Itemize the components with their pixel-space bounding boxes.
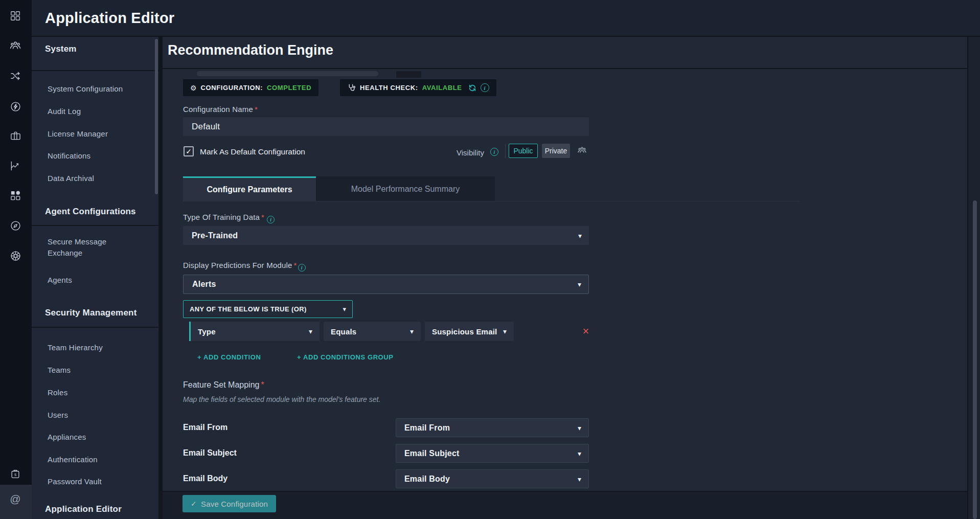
sidebar-divider — [32, 225, 158, 226]
mapping-dropdown-email-body[interactable]: Email Body ▾ — [396, 469, 589, 488]
sidebar-divider — [32, 327, 158, 328]
chart-line-icon[interactable] — [9, 159, 22, 172]
module-dropdown[interactable]: Alerts ▾ — [183, 275, 589, 294]
mapping-dropdown-email-from[interactable]: Email From ▾ — [396, 418, 589, 437]
feature-set-mapping-title: Feature Set Mapping* — [183, 380, 264, 390]
chevron-down-icon: ▾ — [578, 280, 581, 288]
sidebar-item-data-archival[interactable]: Data Archival — [48, 173, 94, 184]
vault-icon[interactable]: s — [9, 467, 22, 481]
mapping-value: Email Body — [404, 475, 450, 484]
sidebar-item-system-configuration[interactable]: System Configuration — [48, 83, 123, 95]
tab-underline — [183, 201, 800, 201]
health-info-icon[interactable]: i — [481, 83, 489, 92]
refresh-icon[interactable] — [468, 84, 476, 92]
mapping-label-email-from: Email From — [183, 423, 227, 432]
chevron-down-icon: ▾ — [578, 449, 581, 458]
configuration-status-label: CONFIGURATION: — [201, 84, 263, 92]
chevron-down-icon: ▾ — [578, 475, 581, 483]
configuration-status-value: COMPLETED — [267, 84, 311, 92]
icon-rail: s @ — [0, 0, 32, 519]
sidebar-item-team-hierarchy[interactable]: Team Hierarchy — [48, 342, 103, 353]
module-info-icon[interactable]: i — [298, 264, 306, 272]
chevron-down-icon: ▾ — [578, 424, 581, 432]
condition-group-operator-value: ANY OF THE BELOW IS TRUE (OR) — [190, 305, 307, 313]
required-asterisk: * — [261, 213, 264, 221]
required-asterisk: * — [255, 105, 258, 114]
sidebar-content-divider — [158, 37, 163, 519]
dashboard-icon[interactable] — [9, 9, 22, 22]
visibility-separator — [505, 144, 506, 158]
health-check-badge: HEALTH CHECK: AVAILABLE i — [340, 79, 496, 96]
shuffle-icon[interactable] — [9, 69, 22, 82]
add-condition-button[interactable]: + ADD CONDITION — [197, 353, 261, 361]
chevron-down-icon: ▾ — [343, 305, 346, 313]
sidebar-item-roles[interactable]: Roles — [48, 387, 67, 398]
visibility-label: Visibility — [457, 148, 484, 157]
condition-field-dropdown[interactable]: Type ▾ — [191, 322, 320, 341]
training-data-info-icon[interactable]: i — [267, 216, 275, 223]
sidebar-item-appliances[interactable]: Appliances — [48, 432, 86, 443]
chevron-down-icon: ▾ — [503, 327, 507, 335]
sidebar-section-system[interactable]: System — [45, 44, 77, 54]
condition-value-value: Suspicious Email — [432, 327, 497, 336]
stethoscope-icon — [347, 83, 356, 92]
users-group-icon[interactable] — [9, 39, 22, 52]
app-title: Application Editor — [45, 10, 174, 27]
compass-icon[interactable] — [9, 219, 22, 232]
visibility-public-button[interactable]: Public — [509, 144, 538, 158]
visibility-private-button[interactable]: Private — [542, 144, 570, 158]
title-divider — [163, 68, 967, 69]
configuration-name-value: Default — [192, 122, 220, 132]
widgets-icon[interactable] — [9, 189, 22, 202]
health-check-value: AVAILABLE — [422, 84, 462, 92]
training-data-dropdown[interactable]: Pre-Trained ▾ — [183, 226, 589, 245]
sidebar-item-agents[interactable]: Agents — [48, 275, 72, 286]
page-scrollbar-thumb[interactable] — [973, 200, 977, 519]
condition-field-value: Type — [198, 327, 216, 336]
condition-operator-value: Equals — [331, 327, 356, 336]
add-conditions-group-button[interactable]: + ADD CONDITIONS GROUP — [297, 353, 394, 361]
check-icon: ✓ — [191, 500, 197, 508]
clipped-button-top — [396, 71, 421, 78]
sidebar-item-notifications[interactable]: Notifications — [48, 150, 90, 162]
condition-value-dropdown[interactable]: Suspicious Email ▾ — [425, 322, 514, 341]
mapping-dropdown-email-subject[interactable]: Email Subject ▾ — [396, 444, 589, 463]
page-title: Recommendation Engine — [168, 42, 333, 58]
sidebar-section-security-management[interactable]: Security Management — [45, 308, 137, 318]
remove-condition-icon[interactable]: × — [580, 323, 592, 340]
configuration-name-input[interactable]: Default — [183, 117, 589, 136]
mark-default-checkbox[interactable]: ✓ — [184, 146, 194, 156]
sidebar-item-teams[interactable]: Teams — [48, 365, 71, 376]
sidebar-item-authentication[interactable]: Authentication — [48, 454, 98, 465]
right-gutter-divider — [967, 37, 968, 519]
module-value: Alerts — [192, 280, 216, 289]
save-configuration-button[interactable]: ✓ Save Configuration — [183, 495, 276, 512]
globe-wheel-icon[interactable] — [9, 249, 22, 262]
sidebar-section-agent-configurations[interactable]: Agent Configurations — [45, 207, 136, 217]
sidebar-item-audit-log[interactable]: Audit Log — [48, 106, 81, 117]
tab-model-performance-summary[interactable]: Model Performance Summary — [316, 176, 495, 201]
condition-operator-dropdown[interactable]: Equals ▾ — [324, 322, 421, 341]
tab-configure-parameters[interactable]: Configure Parameters — [183, 176, 316, 201]
application-editor-screen: s @ Application Editor System System Con… — [0, 0, 980, 519]
visibility-info-icon[interactable]: i — [490, 148, 498, 156]
sidebar-item-users[interactable]: Users — [48, 410, 68, 421]
chevron-down-icon: ▾ — [309, 327, 312, 335]
mark-default-label: Mark As Default Configuration — [200, 147, 305, 156]
mapping-label-email-body: Email Body — [183, 474, 227, 483]
required-asterisk: * — [261, 380, 264, 389]
sidebar-scrollbar-thumb[interactable] — [155, 39, 158, 194]
form-footer — [163, 491, 967, 519]
sidebar-item-secure-message-exchange[interactable]: Secure Message Exchange — [48, 236, 132, 259]
sidebar-divider — [32, 70, 158, 71]
sidebar-item-license-manager[interactable]: License Manager — [48, 128, 108, 140]
briefcase-icon[interactable] — [9, 129, 22, 142]
svg-text:s: s — [14, 472, 16, 477]
mention-icon[interactable]: @ — [9, 492, 22, 506]
bolt-circle-icon[interactable] — [9, 100, 22, 113]
gear-icon: ⚙ — [190, 84, 197, 92]
sidebar-item-password-vault[interactable]: Password Vault — [48, 476, 102, 487]
condition-group-operator-dropdown[interactable]: ANY OF THE BELOW IS TRUE (OR) ▾ — [183, 300, 353, 318]
configuration-status-badge: ⚙ CONFIGURATION: COMPLETED — [183, 79, 318, 96]
sidebar-section-application-editor[interactable]: Application Editor — [45, 504, 122, 514]
